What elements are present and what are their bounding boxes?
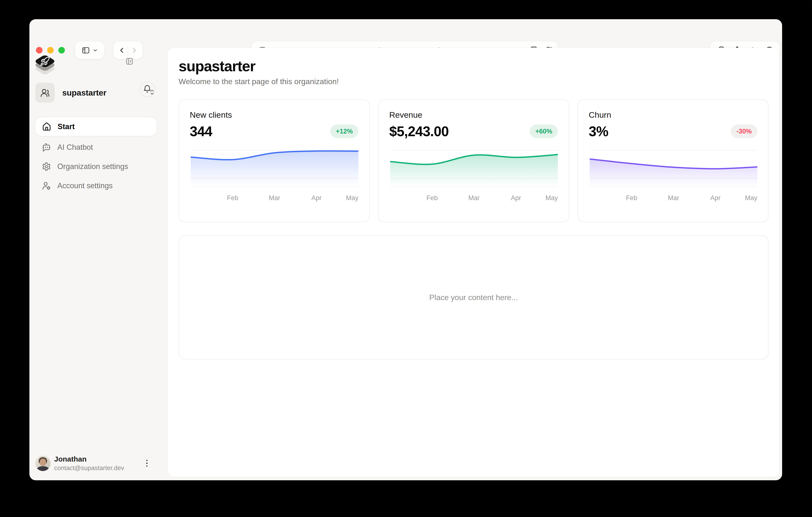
stat-value: 3% — [589, 123, 608, 139]
stat-title: Revenue — [389, 110, 422, 120]
organization-selector[interactable]: supastarter — [35, 83, 156, 103]
stat-card-new-clients: New clients 344 +12% FebMarA — [179, 100, 370, 222]
area-chart — [390, 150, 558, 187]
user-name: Jonathan — [54, 455, 124, 463]
axis-label: Mar — [468, 194, 480, 202]
home-icon — [42, 122, 52, 131]
sidebar-item-account-settings[interactable]: Account settings — [35, 178, 157, 194]
sidebar-item-label: Account settings — [57, 182, 113, 190]
stat-title: New clients — [190, 110, 232, 120]
axis-label: Feb — [626, 194, 637, 202]
browser-window: app-demo.supastarter.dev A a — [29, 19, 782, 480]
chevrons-up-down-icon — [148, 88, 156, 97]
axis-label: Mar — [269, 194, 280, 202]
kebab-menu-icon[interactable] — [144, 458, 150, 469]
app-logo — [33, 52, 57, 76]
area-chart — [590, 150, 757, 187]
sidebar-nav: Start AI Chatbot Organization settings A… — [35, 117, 157, 194]
sidebar-item-label: Start — [58, 122, 75, 131]
bot-icon — [41, 143, 51, 152]
x-axis-labels: FebMarAprMay — [191, 194, 358, 201]
page-title: supastarter — [179, 58, 768, 75]
trend-badge: -30% — [731, 125, 757, 138]
collapse-sidebar-button[interactable] — [124, 56, 135, 66]
axis-label: Apr — [311, 194, 321, 202]
content-placeholder-text: Place your content here... — [429, 293, 518, 302]
sidebar-item-ai-chatbot[interactable]: AI Chatbot — [35, 139, 157, 155]
organization-name: supastarter — [62, 88, 107, 98]
gear-icon — [41, 162, 51, 171]
page-subtitle: Welcome to the start page of this organi… — [179, 77, 768, 86]
axis-label: May — [346, 194, 358, 202]
axis-label: Feb — [427, 194, 438, 202]
area-chart — [191, 150, 358, 187]
stat-value: 344 — [190, 123, 212, 139]
axis-label: Apr — [710, 194, 720, 202]
axis-label: May — [546, 194, 558, 202]
rocket-icon — [40, 56, 50, 67]
user-menu[interactable]: Jonathan contact@supastarter.dev — [35, 455, 156, 472]
axis-label: Feb — [227, 194, 238, 202]
x-axis-labels: FebMarAprMay — [590, 194, 757, 201]
avatar — [35, 456, 51, 471]
sidebar-item-start[interactable]: Start — [35, 117, 157, 136]
sidebar-item-organization-settings[interactable]: Organization settings — [35, 159, 157, 174]
trend-badge: +60% — [530, 125, 558, 138]
users-icon — [35, 83, 55, 103]
stat-value: $5,243.00 — [389, 123, 449, 139]
sidebar-item-label: AI Chatbot — [57, 143, 93, 152]
trend-badge: +12% — [330, 125, 358, 138]
x-axis-labels: FebMarAprMay — [390, 194, 558, 201]
sidebar: supastarter Start AI Chatbot — [29, 48, 168, 480]
stat-card-churn: Churn 3% -30% FebMarAprMay — [578, 100, 768, 222]
stat-cards: New clients 344 +12% FebMarA — [179, 100, 768, 222]
axis-label: Mar — [668, 194, 679, 202]
stat-card-revenue: Revenue $5,243.00 +60% FebMa — [378, 100, 569, 222]
content-placeholder-box: Place your content here... — [179, 236, 768, 359]
main-panel: supastarter Welcome to the start page of… — [168, 48, 779, 477]
axis-label: Apr — [511, 194, 521, 202]
sidebar-item-label: Organization settings — [57, 162, 128, 171]
axis-label: May — [745, 194, 757, 202]
user-gear-icon — [41, 181, 51, 190]
stat-title: Churn — [589, 110, 611, 120]
user-email: contact@supastarter.dev — [54, 464, 124, 472]
